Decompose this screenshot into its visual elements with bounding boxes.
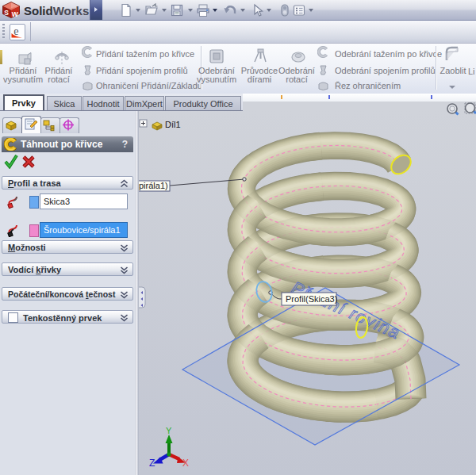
svg-text:Y: Y — [166, 426, 172, 435]
svg-text:S: S — [4, 9, 9, 17]
svg-text:W: W — [12, 10, 19, 18]
svg-text:pirála1): pirála1) — [139, 181, 168, 190]
svg-text:Díl1: Díl1 — [165, 120, 181, 129]
svg-text:Profil(Skica3): Profil(Skica3) — [286, 294, 337, 304]
svg-text:Z: Z — [149, 458, 155, 469]
svg-text:e: e — [13, 25, 18, 37]
svg-text:X: X — [182, 458, 189, 469]
